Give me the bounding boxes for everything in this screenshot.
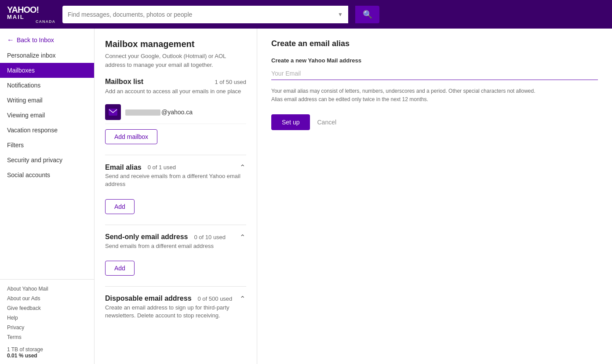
storage-total: 1 TB of storage (7, 346, 87, 353)
sidebar-item-viewing-email[interactable]: Viewing email (0, 108, 94, 123)
search-icon: 🔍 (363, 10, 372, 19)
logo-mail: MAIL (7, 14, 55, 20)
sidebar-item-vacation-response[interactable]: Vacation response (0, 123, 94, 138)
mailbox-list-section: Mailbox list 1 of 50 used Add an account… (105, 78, 246, 144)
disposable-section: Disposable email address 0 of 500 used ⌃… (105, 294, 246, 320)
email-alias-count: 0 of 1 used (148, 164, 176, 171)
email-icon (109, 109, 117, 116)
send-only-desc: Send emails from a different email addre… (105, 242, 246, 250)
divider-3 (105, 286, 246, 287)
divider (105, 155, 246, 155)
content-area: Mailbox management Connect your Google, … (95, 29, 612, 364)
header: YAHOO! MAIL CANADA ▼ 🔍 (0, 0, 612, 29)
logo-yahoo: YAHOO! (7, 5, 55, 14)
cancel-button[interactable]: Cancel (317, 119, 336, 126)
email-alias-title-group: Email alias 0 of 1 used (105, 164, 176, 171)
mailbox-list-title: Mailbox list (105, 78, 143, 86)
alias-email-input[interactable] (271, 67, 598, 80)
sidebar-item-mailboxes[interactable]: Mailboxes (0, 63, 94, 78)
mailbox-list-desc: Add an account to access all your emails… (105, 87, 246, 95)
mailbox-row: @yahoo.ca (105, 101, 246, 124)
svg-rect-0 (109, 109, 117, 116)
email-alias-add-button[interactable]: Add (105, 199, 135, 214)
email-alias-section: Email alias 0 of 1 used ⌃ Send and recei… (105, 162, 246, 214)
sidebar-item-label: Mailboxes (7, 67, 35, 74)
storage-info: 1 TB of storage 0.01 % used (7, 346, 87, 359)
sidebar-item-personalize-inbox[interactable]: Personalize inbox (0, 48, 94, 63)
sidebar-item-label: Security and privacy (7, 157, 62, 164)
alias-panel: Create an email alias Create a new Yahoo… (257, 29, 612, 364)
chevron-down-icon[interactable]: ▼ (338, 11, 343, 18)
sidebar: ← Back to Inbox Personalize inbox Mailbo… (0, 29, 95, 364)
email-alias-title: Email alias (105, 164, 142, 171)
sidebar-item-label: Notifications (7, 82, 40, 89)
disposable-header: Disposable email address 0 of 500 used ⌃ (105, 294, 246, 304)
disposable-desc: Create an email address to sign up for t… (105, 304, 246, 320)
alias-hint-line2: Alias email address can be edited only t… (271, 96, 428, 102)
sidebar-item-security-privacy[interactable]: Security and privacy (0, 153, 94, 167)
email-alias-header: Email alias 0 of 1 used ⌃ (105, 162, 246, 172)
sidebar-item-social-accounts[interactable]: Social accounts (0, 167, 94, 182)
section-title-group: Mailbox list (105, 78, 143, 86)
send-only-add-button[interactable]: Add (105, 261, 135, 276)
add-mailbox-button[interactable]: Add mailbox (105, 129, 157, 144)
alias-form-section: Create a new Yahoo Mail address (271, 57, 598, 80)
section-header-row: Mailbox list 1 of 50 used (105, 78, 246, 86)
sidebar-item-notifications[interactable]: Notifications (0, 78, 94, 93)
send-only-header: Send-only email address 0 of 10 used ⌃ (105, 232, 246, 242)
sidebar-footer-links: About Yahoo Mail About our Ads Give feed… (7, 285, 87, 341)
footer-link-help[interactable]: Help (7, 314, 87, 322)
sidebar-nav: ← Back to Inbox Personalize inbox Mailbo… (0, 32, 94, 279)
sidebar-item-label: Personalize inbox (7, 52, 56, 59)
sidebar-item-label: Writing email (7, 97, 43, 104)
send-only-collapse-button[interactable]: ⌃ (239, 232, 246, 242)
footer-link-about-our-ads[interactable]: About our Ads (7, 295, 87, 302)
divider-2 (105, 225, 246, 225)
footer-link-privacy[interactable]: Privacy (7, 324, 87, 331)
disposable-count: 0 of 500 used (198, 295, 233, 302)
mailbox-icon (105, 104, 121, 120)
alias-actions: Set up Cancel (271, 114, 598, 130)
alias-form-label: Create a new Yahoo Mail address (271, 57, 598, 64)
search-bar: ▼ (62, 6, 348, 23)
send-only-title-group: Send-only email address 0 of 10 used (105, 233, 226, 241)
email-alias-desc: Send and receive emails from a different… (105, 172, 246, 188)
sidebar-item-writing-email[interactable]: Writing email (0, 93, 94, 108)
back-to-inbox-label: Back to Inbox (17, 36, 54, 44)
logo-canada: CANADA (7, 20, 55, 24)
back-arrow-icon: ← (7, 36, 14, 44)
footer-link-give-feedback[interactable]: Give feedback (7, 304, 87, 312)
search-button[interactable]: 🔍 (355, 6, 379, 23)
disposable-title-group: Disposable email address 0 of 500 used (105, 295, 232, 302)
sidebar-footer: About Yahoo Mail About our Ads Give feed… (0, 279, 94, 364)
disposable-title: Disposable email address (105, 295, 192, 302)
mailbox-panel: Mailbox management Connect your Google, … (95, 29, 257, 364)
storage-used-percent: 0.01 % used (7, 353, 87, 359)
sidebar-item-back-to-inbox[interactable]: ← Back to Inbox (0, 32, 94, 48)
set-up-button[interactable]: Set up (271, 114, 310, 130)
alias-hint-line1: Your email alias may consist of letters,… (271, 88, 536, 94)
footer-link-about-yahoo-mail[interactable]: About Yahoo Mail (7, 285, 87, 293)
mailbox-list-count: 1 of 50 used (215, 79, 246, 85)
panel-title: Mailbox management (105, 39, 246, 49)
send-only-section: Send-only email address 0 of 10 used ⌃ S… (105, 232, 246, 276)
mailbox-email-address: @yahoo.ca (125, 109, 193, 116)
alias-hint: Your email alias may consist of letters,… (271, 87, 598, 104)
alias-title: Create an email alias (271, 39, 598, 48)
search-input[interactable] (68, 11, 338, 18)
send-only-title: Send-only email address (105, 233, 188, 241)
send-only-count: 0 of 10 used (194, 234, 226, 240)
sidebar-item-label: Social accounts (7, 171, 50, 178)
logo: YAHOO! MAIL CANADA (7, 5, 55, 24)
email-blur (125, 109, 160, 116)
sidebar-item-filters[interactable]: Filters (0, 138, 94, 153)
panel-description: Connect your Google, Outlook (Hotmail) o… (105, 52, 246, 69)
disposable-collapse-button[interactable]: ⌃ (239, 294, 246, 304)
sidebar-item-label: Filters (7, 142, 24, 149)
sidebar-item-label: Vacation response (7, 127, 58, 134)
footer-link-terms[interactable]: Terms (7, 333, 87, 341)
main-layout: ← Back to Inbox Personalize inbox Mailbo… (0, 29, 612, 364)
email-alias-collapse-button[interactable]: ⌃ (239, 162, 246, 172)
sidebar-item-label: Viewing email (7, 112, 45, 119)
